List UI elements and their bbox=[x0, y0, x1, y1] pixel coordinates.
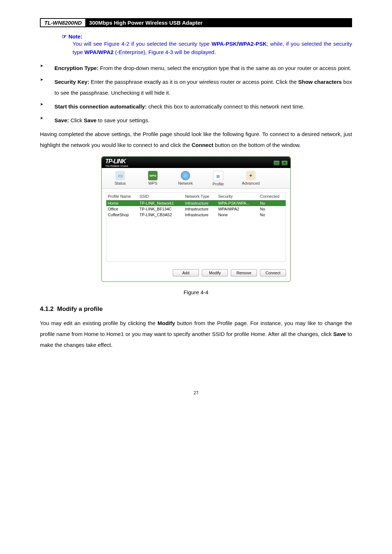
profile-icon: ≣ bbox=[213, 171, 223, 181]
bullet-startauto: ➤ Start this connection automatically: c… bbox=[40, 101, 352, 112]
col-security: Security bbox=[217, 193, 258, 200]
paragraph-modify: You may edit an existing profile by clic… bbox=[40, 318, 352, 350]
table-row[interactable]: Office TP-LINK_BF134C Infrastructure WPA… bbox=[106, 206, 286, 212]
tab-profile[interactable]: ≣ Profile bbox=[202, 169, 234, 188]
note-label: Note: bbox=[68, 33, 82, 40]
tab-network[interactable]: Network bbox=[169, 169, 202, 188]
close-icon[interactable]: ✕ bbox=[282, 161, 287, 165]
col-ssid: SSID bbox=[138, 193, 183, 200]
page-header: TL-WN8200ND 300Mbps High Power Wireless … bbox=[40, 18, 352, 27]
add-button[interactable]: Add bbox=[173, 269, 199, 276]
col-connected: Connected bbox=[258, 193, 286, 200]
app-tabs: ▭ Status WPS WPS Network ≣ Profile ✦ Adv… bbox=[102, 168, 290, 189]
window-controls: — ✕ bbox=[273, 160, 287, 165]
remove-button[interactable]: Remove bbox=[231, 269, 257, 276]
gear-icon: ✦ bbox=[246, 171, 256, 180]
connect-button[interactable]: Connect bbox=[260, 269, 286, 276]
col-network-type: Network Type bbox=[184, 193, 217, 200]
tab-advanced[interactable]: ✦ Advanced bbox=[234, 169, 267, 188]
col-profile-name: Profile Name bbox=[106, 193, 138, 200]
table-row[interactable]: CoffeeShop TP-LINK_CB3A52 Infrastructure… bbox=[106, 212, 286, 218]
app-button-row: Add Modify Remove Connect bbox=[102, 266, 290, 282]
table-header-row: Profile Name SSID Network Type Security … bbox=[106, 193, 286, 200]
app-window: TP-LINK The Reliable Choice — ✕ ▭ Status… bbox=[101, 156, 291, 282]
globe-icon bbox=[181, 171, 190, 180]
profile-table-wrap: Profile Name SSID Network Type Security … bbox=[106, 192, 286, 262]
table-row[interactable]: Home TP-LINK_Network1 Infrastructure WPA… bbox=[106, 200, 286, 206]
header-desc: 300Mbps High Power Wireless USB Adapter bbox=[85, 19, 351, 26]
figure-caption: Figure 4-4 bbox=[40, 289, 352, 295]
bullet-list: ➤ Encryption Type: From the drop-down me… bbox=[40, 63, 352, 126]
status-icon: ▭ bbox=[115, 171, 125, 180]
tab-wps[interactable]: WPS WPS bbox=[136, 169, 169, 188]
bullet-save: ➤ Save: Click Save to save your settings… bbox=[40, 115, 352, 126]
bullet-marker-icon: ➤ bbox=[40, 101, 54, 112]
page-number: 27 bbox=[40, 390, 352, 395]
bullet-marker-icon: ➤ bbox=[40, 115, 54, 126]
modify-button[interactable]: Modify bbox=[202, 269, 228, 276]
paragraph-completed: Having completed the above settings, the… bbox=[40, 129, 352, 151]
note-text: You will see Figure 4-2 if you selected … bbox=[73, 40, 352, 56]
app-titlebar: TP-LINK The Reliable Choice — ✕ bbox=[102, 157, 290, 168]
note-hand-icon: ☞ bbox=[62, 33, 68, 40]
section-heading: 4.1.2 Modify a profile bbox=[40, 305, 352, 313]
profile-table: Profile Name SSID Network Type Security … bbox=[106, 193, 286, 218]
app-body: Profile Name SSID Network Type Security … bbox=[102, 189, 290, 266]
bullet-encryption: ➤ Encryption Type: From the drop-down me… bbox=[40, 63, 352, 74]
app-brand: TP-LINK The Reliable Choice bbox=[105, 158, 128, 167]
bullet-securitykey: ➤ Security Key: Enter the passphrase exa… bbox=[40, 77, 352, 98]
bullet-marker-icon: ➤ bbox=[40, 77, 54, 98]
note: ☞ Note: You will see Figure 4-2 if you s… bbox=[62, 33, 352, 56]
bullet-marker-icon: ➤ bbox=[40, 63, 54, 74]
minimize-icon[interactable]: — bbox=[274, 161, 279, 165]
wps-icon: WPS bbox=[148, 171, 158, 180]
tab-status[interactable]: ▭ Status bbox=[104, 169, 136, 188]
header-model: TL-WN8200ND bbox=[41, 19, 85, 26]
